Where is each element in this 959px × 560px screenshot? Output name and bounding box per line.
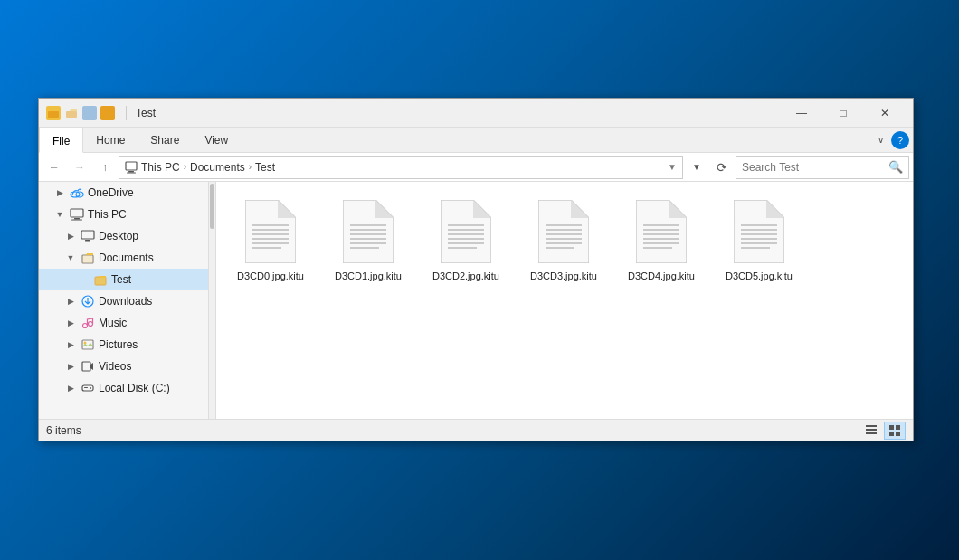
svg-marker-25 (278, 200, 296, 218)
details-view-button[interactable] (860, 422, 882, 440)
svg-rect-7 (71, 209, 83, 217)
window-title: Test (136, 107, 781, 119)
localdisk-icon (81, 381, 95, 395)
file-icon-4 (630, 195, 693, 268)
sidebar-item-videos[interactable]: ▶ Videos (39, 356, 208, 377)
documents-icon (81, 251, 95, 265)
status-item-count: 6 items (46, 424, 860, 437)
folder-title-icon (46, 106, 61, 120)
address-refresh-button[interactable]: ⟳ (710, 156, 734, 179)
localdisk-chevron: ▶ (64, 384, 77, 393)
file-item[interactable]: D3CD5.jpg.kitu (714, 191, 804, 287)
sidebar-item-desktop[interactable]: ▶ Desktop (39, 225, 208, 247)
tab-home[interactable]: Home (83, 128, 138, 153)
svg-marker-49 (571, 200, 589, 218)
path-segment-test[interactable]: Test (255, 161, 275, 174)
downloads-icon (81, 294, 95, 308)
ribbon-help-button[interactable]: ? (891, 131, 909, 149)
svg-marker-48 (538, 200, 589, 263)
file-icon-2 (434, 195, 498, 268)
file-explorer-window: Test — □ ✕ File Home Share View ∨ ? ← → … (38, 98, 914, 441)
test-label: Test (111, 273, 131, 286)
tab-share[interactable]: Share (138, 128, 192, 153)
large-icons-view-icon (888, 424, 901, 437)
address-dropdown-button[interactable]: ▼ (685, 156, 708, 179)
svg-point-22 (90, 387, 91, 389)
view-buttons (860, 422, 906, 440)
tab-file[interactable]: File (39, 128, 83, 153)
svg-rect-21 (82, 385, 93, 391)
file-name-4: D3CD4.jpg.kitu (628, 270, 695, 282)
videos-chevron: ▶ (64, 362, 77, 371)
search-box[interactable]: 🔍 (736, 156, 909, 179)
svg-rect-13 (82, 255, 93, 263)
title-bar-icons (46, 106, 115, 120)
documents-label: Documents (99, 252, 154, 264)
onedrive-icon (70, 185, 84, 200)
music-icon (81, 316, 95, 330)
path-segment-thispc[interactable]: This PC (141, 161, 180, 174)
file-item[interactable]: D3CD0.jpg.kitu (225, 191, 316, 287)
ribbon-tabs: File Home Share View ∨ ? (39, 128, 913, 153)
documents-chevron: ▼ (64, 253, 77, 262)
window-controls: — □ ✕ (781, 99, 906, 128)
details-view-icon (865, 424, 878, 437)
sidebar-item-test[interactable]: Test (39, 269, 208, 290)
desktop-chevron: ▶ (64, 232, 77, 241)
music-label: Music (99, 317, 127, 329)
path-segment-documents[interactable]: Documents (190, 161, 245, 174)
svg-marker-24 (245, 200, 296, 263)
back-button[interactable]: ← (43, 156, 66, 179)
sidebar-item-pictures[interactable]: ▶ Pictures (39, 334, 208, 356)
svg-rect-74 (866, 432, 877, 434)
thispc-label: This PC (88, 208, 127, 221)
close-button[interactable]: ✕ (864, 99, 906, 128)
svg-rect-11 (85, 240, 90, 242)
svg-rect-10 (81, 231, 94, 239)
svg-marker-32 (343, 200, 394, 263)
title-divider (126, 106, 127, 120)
ribbon-expand-button[interactable]: ∨ (871, 131, 889, 149)
tab-view[interactable]: View (192, 128, 241, 153)
minimize-button[interactable]: — (781, 99, 822, 128)
forward-button[interactable]: → (68, 156, 91, 179)
maximize-button[interactable]: □ (822, 99, 864, 128)
svg-rect-0 (48, 111, 59, 118)
sidebar-item-music[interactable]: ▶ Music (39, 312, 208, 334)
up-button[interactable]: ↑ (93, 156, 117, 179)
thispc-chevron: ▼ (53, 210, 66, 219)
file-item[interactable]: D3CD1.jpg.kitu (323, 191, 413, 287)
sidebar-scrollbar[interactable] (209, 182, 216, 419)
folder-icon-small (100, 106, 115, 120)
svg-point-17 (89, 322, 93, 327)
sidebar: ▶ OneDrive ▼ This PC ▶ Desktop (39, 182, 209, 419)
file-item[interactable]: D3CD2.jpg.kitu (421, 191, 511, 287)
address-path[interactable]: This PC › Documents › Test ▼ (119, 156, 683, 179)
svg-rect-73 (866, 429, 877, 431)
file-item[interactable]: D3CD4.jpg.kitu (616, 191, 707, 287)
pictures-chevron: ▶ (64, 340, 77, 349)
file-name-2: D3CD2.jpg.kitu (432, 270, 499, 282)
large-icons-view-button[interactable] (884, 422, 906, 440)
sidebar-item-thispc[interactable]: ▼ This PC (39, 204, 208, 225)
file-icon-1 (337, 195, 400, 268)
file-item[interactable]: D3CD3.jpg.kitu (518, 191, 609, 287)
svg-marker-41 (473, 200, 491, 218)
svg-rect-8 (74, 218, 80, 220)
svg-rect-75 (889, 425, 894, 430)
onedrive-label: OneDrive (88, 186, 134, 199)
svg-point-5 (71, 192, 80, 197)
computer-icon (125, 161, 138, 174)
sidebar-item-localdisk[interactable]: ▶ Local Disk (C:) (39, 377, 208, 399)
search-input[interactable] (742, 161, 888, 174)
test-icon (93, 272, 108, 287)
sidebar-item-onedrive[interactable]: ▶ OneDrive (39, 182, 208, 204)
svg-rect-78 (896, 432, 900, 436)
address-bar: ← → ↑ This PC › Documents › Test ▼ ▼ ⟳ 🔍 (39, 153, 913, 182)
sidebar-item-documents[interactable]: ▼ Documents (39, 247, 208, 269)
svg-rect-1 (66, 111, 77, 118)
svg-rect-72 (866, 425, 877, 427)
sidebar-item-downloads[interactable]: ▶ Downloads (39, 290, 208, 312)
svg-marker-33 (375, 200, 394, 218)
search-icon-button[interactable]: 🔍 (888, 160, 903, 174)
